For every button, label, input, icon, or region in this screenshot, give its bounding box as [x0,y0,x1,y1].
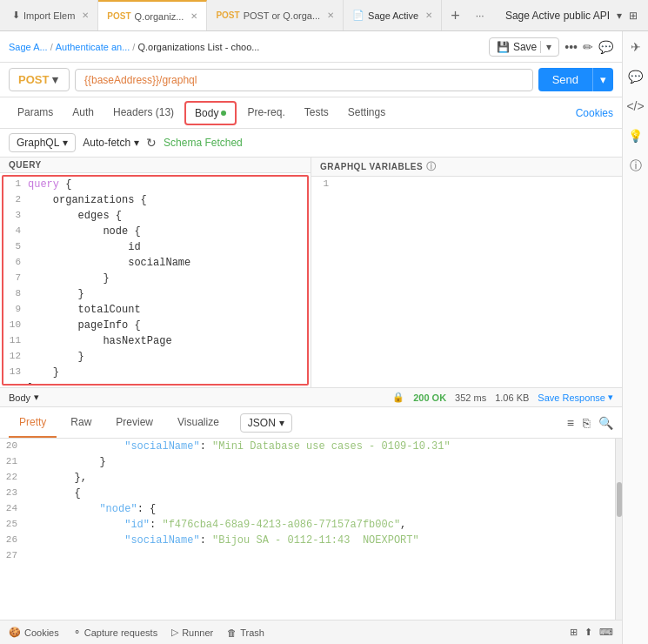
tab-add-button[interactable]: + [442,8,469,23]
resp-line-20: 20 "socialName": "Mini Database use case… [0,440,622,456]
capture-requests-button[interactable]: ⚬ Capture requests [73,627,157,638]
file-icon: 📄 [352,10,364,21]
query-code-area[interactable]: 1 query { 2 organizations { 3 edges { 4 [2,175,309,386]
breadcrumb-part1[interactable]: Sage A... [9,42,48,52]
graphql-select[interactable]: GraphQL ▾ [9,133,76,152]
tab-import[interactable]: ⬇ Import Elem ✕ [3,0,98,30]
tab-params[interactable]: Params [9,97,62,128]
tab-more-button[interactable]: ··· [469,10,491,22]
line-num-1: 1 [3,178,28,189]
search-icon[interactable]: 🔍 [598,416,613,430]
cookies-button[interactable]: 🍪 Cookies [9,627,59,638]
filter-icon[interactable]: ≡ [567,416,574,430]
response-actions: ≡ ⎘ 🔍 [567,416,613,430]
response-tabs: Pretty Raw Preview Visualize JSON ▾ ≡ ⎘ … [0,407,622,439]
url-row: POST ▾ Send ▾ [0,63,622,97]
tab-headers[interactable]: Headers (13) [104,97,183,128]
method-label: POST [18,73,49,86]
keyboard-icon[interactable]: ⌨ [599,627,613,638]
tab-prereq[interactable]: Pre-req. [238,97,293,128]
resp-line-22: 22 }, [0,472,622,487]
graphql-vars-code[interactable]: 1 [311,177,622,387]
tab-close[interactable]: ✕ [327,10,334,20]
copy-icon[interactable]: ⎘ [583,416,590,430]
code-line-8: 8 } [3,288,307,304]
send-button[interactable]: Send [538,68,592,91]
query-header: QUERY [0,158,311,173]
autofetch-control[interactable]: Auto-fetch ▾ [83,137,139,149]
bottom-bar: 🍪 Cookies ⚬ Capture requests ▷ Runner 🗑 … [0,620,622,644]
save-response-dropdown: ▾ [608,392,613,403]
right-sidebar: ✈ 💬 </> 💡 ⓘ [622,31,648,644]
tab-pretty[interactable]: Pretty [9,407,57,438]
trash-icon: 🗑 [227,627,237,638]
info-sidebar-icon[interactable]: ⓘ [630,158,642,174]
tab-body[interactable]: Body [184,101,237,125]
resp-line-27: 27 [0,550,622,566]
cookies-link[interactable]: Cookies [576,107,613,119]
method-select[interactable]: POST ▾ [9,68,70,91]
tab-preview[interactable]: Preview [105,407,164,438]
format-select[interactable]: JSON ▾ [240,413,292,433]
edit-icon[interactable]: ✏ [583,40,593,54]
body-dot [221,111,226,116]
response-body[interactable]: 20 "socialName": "Mini Database use case… [0,439,622,620]
format-dropdown-icon: ▾ [279,417,284,429]
grid-bottom-icon[interactable]: ⊞ [570,627,578,638]
share-icon[interactable]: ⬆ [585,627,592,638]
code-line-14: 14 } [3,382,307,386]
tab-bar: ⬇ Import Elem ✕ POST Q.organiz... ✕ POST… [0,0,648,31]
code-line-7: 7 } [3,272,307,288]
comment-sidebar-icon[interactable]: 💬 [628,70,643,84]
tab-close[interactable]: ✕ [425,10,432,20]
body-select[interactable]: Body ▾ [9,392,39,403]
status-info: 🔒 200 OK 352 ms 1.06 KB Save Response ▾ [392,392,613,403]
tab-sage[interactable]: 📄 Sage Active ✕ [344,0,442,30]
runner-button[interactable]: ▷ Runner [171,627,213,638]
tab-post2[interactable]: POST POST or Q.orga... ✕ [207,0,344,30]
resp-line-26: 26 "socialName": "Bijou SA - 0112-11:43 … [0,534,622,550]
tab-tests[interactable]: Tests [296,97,337,128]
graphql-bar: GraphQL ▾ Auto-fetch ▾ ↻ Schema Fetched [0,129,622,158]
cookie-icon: 🍪 [9,627,21,638]
refresh-button[interactable]: ↻ [146,136,157,150]
vars-info-icon: ⓘ [426,160,437,173]
bulb-sidebar-icon[interactable]: 💡 [628,129,643,143]
line-content-1: query { [28,178,307,191]
post1-method: POST [107,11,130,21]
comment-icon[interactable]: 💬 [598,40,613,54]
code-line-13: 13 } [3,366,307,382]
code-sidebar-icon[interactable]: </> [626,99,644,113]
tab-post1[interactable]: POST Q.organiz... ✕ [98,0,207,30]
breadcrumb-part2[interactable]: Authenticate an... [56,42,130,52]
tab-close[interactable]: ✕ [190,11,197,21]
dropdown-icon[interactable]: ▾ [617,10,622,22]
response-time: 352 ms [455,392,486,403]
body-dropdown-icon: ▾ [34,392,39,403]
resp-line-24: 24 "node": { [0,503,622,519]
capture-icon: ⚬ [73,627,81,638]
resp-line-21: 21 } [0,456,622,472]
code-line-12: 12 } [3,351,307,366]
send-dropdown-button[interactable]: ▾ [592,68,613,91]
trash-button[interactable]: 🗑 Trash [227,627,264,638]
content: Sage A... / Authenticate an... / Q.organ… [0,31,622,644]
send-sidebar-icon[interactable]: ✈ [631,40,641,54]
tab-close[interactable]: ✕ [82,10,89,20]
import-icon: ⬇ [12,10,20,21]
save-response-button[interactable]: Save Response ▾ [538,392,613,403]
response-scrollbar[interactable] [615,439,622,620]
url-input[interactable] [75,69,533,91]
save-dropdown-arrow[interactable]: ▾ [540,41,551,53]
tab-visualize[interactable]: Visualize [167,407,230,438]
code-line-5: 5 id [3,241,307,257]
more-options-button[interactable]: ••• [564,40,578,54]
tab-raw[interactable]: Raw [60,407,102,438]
grid-icon[interactable]: ⊞ [629,10,638,22]
response-area: Pretty Raw Preview Visualize JSON ▾ ≡ ⎘ … [0,407,622,620]
tab-settings[interactable]: Settings [339,97,394,128]
graphql-dropdown-icon: ▾ [63,137,68,149]
tab-auth[interactable]: Auth [63,97,103,128]
save-button[interactable]: 💾 Save ▾ [489,37,559,57]
lock-icon: 🔒 [392,392,404,403]
